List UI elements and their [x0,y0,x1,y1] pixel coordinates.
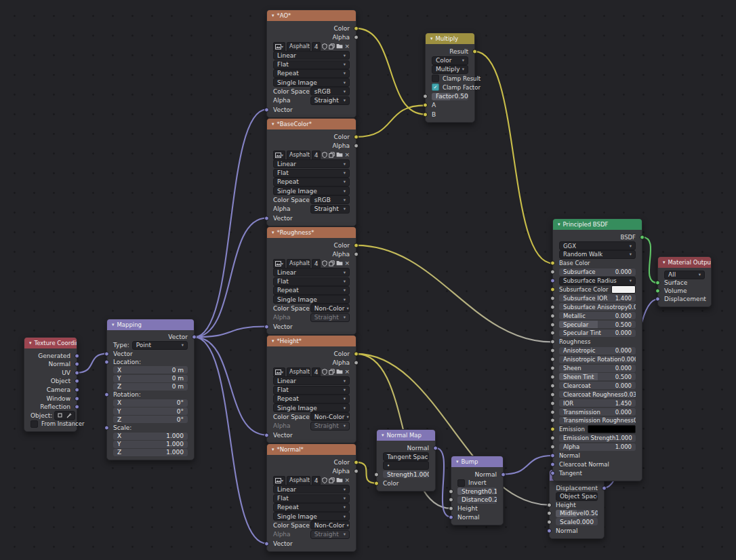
socket-metallic-in[interactable] [550,313,555,318]
location-x-field[interactable]: X0 m [113,366,188,374]
alpha-mode-dropdown[interactable]: Straight▾ [310,422,350,431]
collapse-icon[interactable]: ▾ [272,230,274,235]
socket-normal-in[interactable] [550,453,555,458]
socket-height-in[interactable] [547,502,552,507]
new-image-button[interactable] [329,369,335,375]
rotation-z-field[interactable]: Z0° [113,416,188,423]
node-header[interactable]: ▾ *AO* [267,10,356,21]
color-space-dropdown[interactable]: Non-Color▾ [310,304,350,313]
socket-emission-strength-in[interactable] [550,436,555,441]
socket-vector-in[interactable] [264,216,269,220]
interpolation-dropdown[interactable]: Linear▾ [273,159,350,168]
extension-dropdown[interactable]: Repeat▾ [273,395,350,403]
unlink-image-button[interactable]: × [344,368,350,375]
location-y-field[interactable]: Y0 m [113,375,188,382]
socket-vector-in[interactable] [104,351,109,356]
eyedropper-icon[interactable] [66,413,72,418]
projection-dropdown[interactable]: Flat▾ [273,386,350,395]
users-count-button[interactable]: 4 [312,259,321,268]
specular-slider[interactable]: Specular0.500 [559,321,636,328]
alpha-slider[interactable]: Alpha1.000 [559,443,636,451]
specular-tint-slider[interactable]: Specular Tint0.000 [559,329,636,337]
interpolation-dropdown[interactable]: Linear▾ [273,376,350,385]
socket-rotation[interactable] [104,393,109,397]
source-dropdown[interactable]: Single Image▾ [273,78,350,87]
socket-vector-in[interactable] [264,107,269,112]
socket-uv[interactable] [75,370,79,375]
users-count-button[interactable]: 4 [312,42,321,52]
subsurface-color-swatch[interactable] [611,285,636,294]
projection-dropdown[interactable]: Flat▾ [273,60,350,69]
sheen-slider[interactable]: Sheen0.000 [559,365,636,372]
space-dropdown[interactable]: Tangent Space▾ [383,452,429,461]
node-header[interactable]: ▾ *Normal* [267,444,356,455]
fake-user-button[interactable] [322,152,327,158]
collapse-icon[interactable]: ▾ [272,447,274,452]
socket-alpha-out[interactable] [354,469,359,474]
alpha-mode-dropdown[interactable]: Straight▾ [310,96,350,105]
fake-user-button[interactable] [322,43,327,49]
socket-alpha-in[interactable] [550,445,555,449]
projection-dropdown[interactable]: Flat▾ [273,494,350,503]
node-header[interactable]: ▾ Bump [451,456,503,467]
distribution-dropdown[interactable]: GGX▾ [559,241,636,250]
node-normal-map[interactable]: ▾ Normal Map Normal Tangent Space▾ • Str… [376,429,436,492]
image-browse-button[interactable]: ▾ [273,476,285,485]
socket-subsurface-anisotropy-in[interactable] [550,304,555,309]
socket-specular-tint-in[interactable] [550,331,555,336]
alpha-mode-dropdown[interactable]: Straight▾ [310,530,350,539]
socket-scale-in[interactable] [547,519,552,524]
socket-alpha-out[interactable] [354,144,359,148]
transmission-roughness-slider[interactable]: Transmission Roughness0.000 [559,417,636,424]
emission-color-swatch[interactable] [588,425,636,433]
node-image-texture[interactable]: ▾ *BaseColor* Color Alpha ▾ Asphalt02...… [266,118,356,226]
from-instancer-checkbox[interactable] [30,420,38,428]
sheen-tint-slider[interactable]: Sheen Tint0.500 [559,373,636,380]
socket-b-in[interactable] [423,112,428,117]
node-principled-bsdf[interactable]: ▾ Principled BSDF BSDF GGX▾ Random Walk▾… [552,218,642,481]
socket-specular-in[interactable] [550,322,555,327]
anisotropic-slider[interactable]: Anisotropic0.000 [559,347,636,355]
clamp-result-checkbox[interactable] [432,75,439,82]
subsurface-slider[interactable]: Subsurface0.000 [559,268,636,276]
color-space-dropdown[interactable]: sRGB▾ [310,195,350,204]
subsurface-radius-dropdown[interactable]: Subsurface Radius▾ [559,277,636,285]
socket-camera[interactable] [75,387,79,392]
new-image-button[interactable] [329,260,335,266]
collapse-icon[interactable]: ▾ [663,260,666,265]
source-dropdown[interactable]: Single Image▾ [273,186,350,195]
new-image-button[interactable] [329,152,335,158]
shader-node-editor[interactable]: ▾ Texture Coordinate Generated Normal UV… [0,0,736,560]
users-count-button[interactable]: 4 [312,367,321,377]
image-browse-button[interactable]: ▾ [273,367,285,377]
socket-color-out[interactable] [354,134,359,139]
object-picker[interactable] [54,411,75,420]
node-header[interactable]: ▾ Material Output [658,257,711,268]
open-image-button[interactable] [336,369,343,374]
collapse-icon[interactable]: ▾ [112,322,115,327]
socket-scale[interactable] [104,425,109,430]
socket-clearcoat-normal-in[interactable] [550,462,555,466]
socket-transmission-in[interactable] [550,409,555,414]
interpolation-dropdown[interactable]: Linear▾ [273,485,350,494]
socket-color-out[interactable] [354,26,359,31]
new-image-button[interactable] [329,43,335,49]
anisotropic-rotation-slider[interactable]: Anisotropic Rotation0.000 [559,356,636,363]
space-dropdown[interactable]: Object Space▾ [556,492,598,501]
node-material-output[interactable]: ▾ Material Output All▾ Surface Volume Di… [657,256,712,307]
node-header[interactable]: ▾ Texture Coordinate [24,338,77,348]
socket-sheen-tint-in[interactable] [550,374,555,379]
socket-anisotropic-in[interactable] [550,348,555,353]
socket-vector-out[interactable] [192,335,197,340]
transmission-slider[interactable]: Transmission0.000 [559,408,636,416]
socket-displacement-out[interactable] [602,485,607,490]
socket-vector-in[interactable] [264,433,269,437]
node-image-texture[interactable]: ▾ *Normal* Color Alpha ▾ Asphalt02... 4 … [266,443,356,552]
alpha-mode-dropdown[interactable]: Straight▾ [310,313,350,322]
socket-ior-in[interactable] [550,401,555,405]
socket-a-in[interactable] [423,103,428,108]
invert-checkbox[interactable] [457,479,465,487]
socket-transmission-roughness-in[interactable] [550,418,555,423]
unlink-image-button[interactable]: × [344,151,350,158]
data-type-dropdown[interactable]: Color▾ [432,56,468,65]
